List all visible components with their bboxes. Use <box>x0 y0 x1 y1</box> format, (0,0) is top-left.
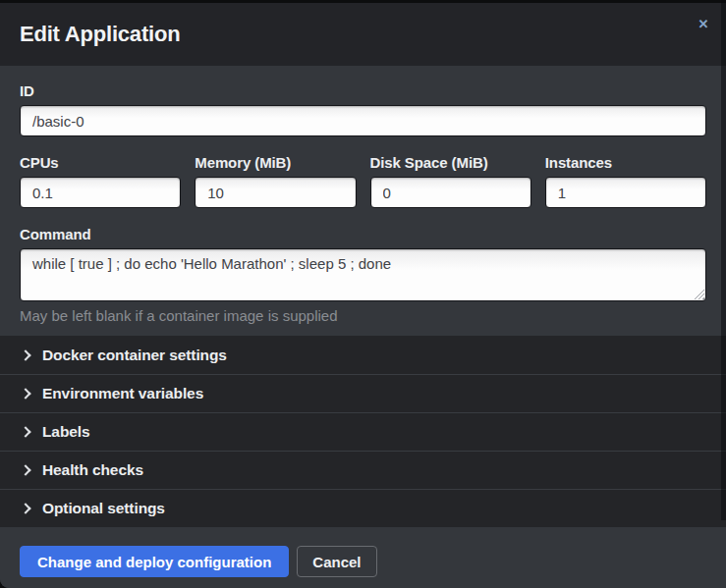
section-environment-variables[interactable]: Environment variables <box>0 374 726 412</box>
section-docker-container-settings[interactable]: Docker container settings <box>0 336 726 374</box>
scrollbar-track[interactable] <box>721 0 726 520</box>
id-input[interactable] <box>20 105 706 136</box>
modal-body: ID CPUs Memory (MiB) Disk Space (MiB) In… <box>0 66 726 336</box>
disk-input[interactable] <box>370 177 531 208</box>
command-label: Command <box>20 226 706 242</box>
chevron-right-icon <box>20 464 30 475</box>
change-and-deploy-button[interactable]: Change and deploy configuration <box>20 546 289 577</box>
instances-input[interactable] <box>545 177 706 208</box>
id-label: ID <box>20 82 706 99</box>
section-labels[interactable]: Labels <box>0 412 726 451</box>
resource-field-row: CPUs Memory (MiB) Disk Space (MiB) Insta… <box>20 154 706 208</box>
section-label: Optional settings <box>42 500 165 517</box>
instances-field-group: Instances <box>545 154 706 208</box>
memory-input[interactable] <box>195 177 356 208</box>
cpus-label: CPUs <box>20 154 181 171</box>
modal-footer: Change and deploy configuration Cancel <box>0 527 726 588</box>
disk-label: Disk Space (MiB) <box>370 154 531 171</box>
chevron-right-icon <box>20 503 30 513</box>
disk-field-group: Disk Space (MiB) <box>370 154 531 208</box>
id-field-group: ID <box>20 82 706 136</box>
section-label: Labels <box>42 423 90 441</box>
modal-title: Edit Application <box>20 22 180 47</box>
chevron-right-icon <box>20 388 30 399</box>
memory-label: Memory (MiB) <box>195 154 356 171</box>
close-icon: ✕ <box>698 17 709 31</box>
section-label: Docker container settings <box>42 347 227 364</box>
chevron-right-icon <box>20 349 30 360</box>
chevron-right-icon <box>20 426 30 437</box>
instances-label: Instances <box>545 154 706 171</box>
cancel-button[interactable]: Cancel <box>297 546 376 577</box>
edit-application-modal: Edit Application ✕ ID CPUs Memory (MiB) … <box>0 3 726 588</box>
close-button[interactable]: ✕ <box>695 16 712 33</box>
section-optional-settings[interactable]: Optional settings <box>0 489 726 527</box>
section-health-checks[interactable]: Health checks <box>0 451 726 489</box>
cpus-input[interactable] <box>20 177 181 208</box>
command-field-group: Command while [ true ] ; do echo 'Hello … <box>20 226 706 324</box>
section-label: Environment variables <box>42 385 203 402</box>
memory-field-group: Memory (MiB) <box>195 154 356 208</box>
command-textarea[interactable]: while [ true ] ; do echo 'Hello Marathon… <box>20 248 706 301</box>
command-help-text: May be left blank if a container image i… <box>20 307 706 324</box>
section-label: Health checks <box>42 461 143 479</box>
accordion-sections: Docker container settings Environment va… <box>0 336 726 527</box>
modal-header: Edit Application ✕ <box>0 3 726 66</box>
cpus-field-group: CPUs <box>20 154 181 208</box>
